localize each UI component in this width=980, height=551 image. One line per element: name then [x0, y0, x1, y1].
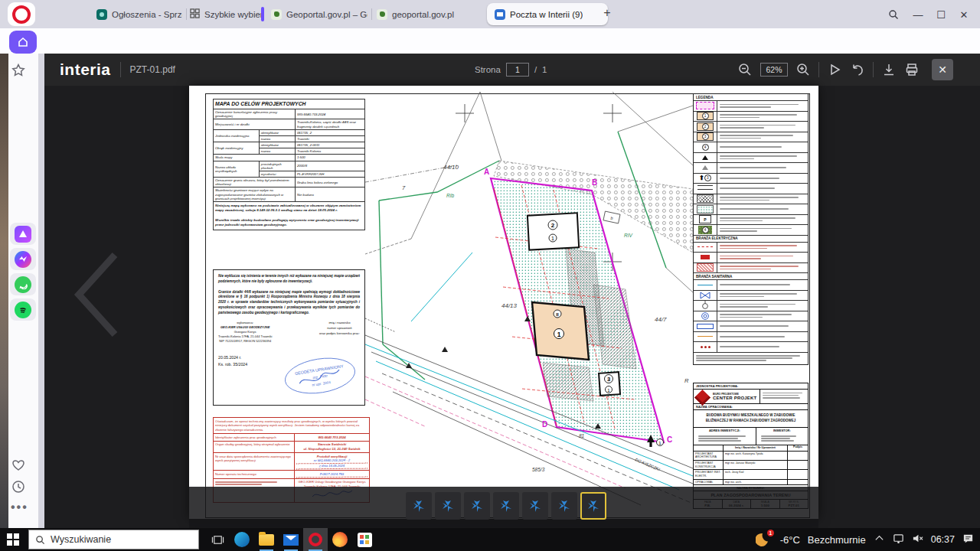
tab-geoportal-2[interactable]: geoportal.gov.pl — [377, 0, 467, 28]
map-title: MAPA DO CELÓW PROJEKTOWYCH — [214, 99, 365, 109]
close-pdf-button[interactable]: ✕ — [932, 59, 953, 80]
new-tab-button[interactable]: + — [599, 5, 616, 21]
speed-dial-home-button[interactable] — [9, 31, 37, 54]
sidebar-more-icon[interactable]: ••• — [11, 500, 28, 517]
zoom-value[interactable]: 62% — [760, 63, 788, 77]
tray-clock[interactable]: 06:37 — [931, 534, 955, 545]
legend-row: ⬆3 — [694, 174, 808, 184]
task-view-button[interactable] — [205, 528, 230, 551]
pdf-page[interactable]: 2 1 II 1 3 1 b — [189, 86, 818, 519]
attachment-pdf-6[interactable] — [551, 492, 577, 520]
svg-text:b: b — [610, 216, 612, 220]
search-tabs-icon[interactable] — [885, 6, 902, 23]
taskbar-mail[interactable] — [279, 528, 303, 551]
download-pdf-icon[interactable] — [881, 62, 897, 77]
svg-text:2: 2 — [551, 222, 555, 229]
existing-building-1: 2 1 — [528, 213, 579, 249]
legend-row — [694, 253, 808, 263]
weather-condition[interactable]: Bezchmurnie — [808, 534, 866, 546]
attachment-pdf-2[interactable] — [435, 492, 461, 520]
attachment-pdf-4[interactable] — [493, 492, 519, 520]
sidebar-heart-icon[interactable] — [11, 458, 28, 474]
tab-geoportal-1[interactable]: Geoportal.gov.pl – Geopo — [271, 0, 368, 28]
attachment-pdf-5[interactable] — [522, 492, 548, 520]
page-number-input[interactable]: 1 — [506, 63, 529, 77]
taskbar-search-box[interactable]: Wyszukiwanie — [28, 530, 199, 549]
close-window-button[interactable]: ✕ — [956, 6, 972, 23]
handwritten-operat-number: P.0617.2024.783 — [296, 471, 368, 477]
design-unit-header: JEDNOSTKA PROJEKTOWA: — [694, 383, 808, 390]
grid-icon — [190, 8, 200, 20]
taskbar-app-grid[interactable] — [352, 528, 377, 551]
tray-display-icon[interactable] — [893, 533, 904, 546]
page-separator: / — [534, 65, 537, 74]
zoom-out-icon[interactable] — [737, 62, 753, 77]
sidebar-app-spotify[interactable] — [10, 298, 36, 321]
tray-volume-muted-icon[interactable] — [912, 533, 923, 546]
svg-text:B: B — [592, 178, 597, 187]
address-bar: ‹ › ⟳ VPN 🔒 poczta.interia.pl/next/ — [0, 28, 980, 54]
sidebar-app-aria[interactable] — [10, 223, 36, 245]
tab-group-indicator[interactable] — [261, 7, 264, 21]
taskbar-opera-active[interactable] — [303, 528, 328, 551]
legend-row — [694, 311, 808, 322]
taskbar-file-explorer[interactable] — [254, 528, 279, 551]
maximize-button[interactable]: ☐ — [933, 6, 949, 23]
taskbar-firefox[interactable] — [328, 528, 352, 551]
handwritten-protocol-date: z dnia 14.06.2024 — [296, 464, 368, 469]
previous-attachment-chevron[interactable] — [67, 249, 125, 344]
legend-row — [694, 291, 808, 302]
designed-building-main: II 1 — [532, 302, 589, 360]
action-center-icon[interactable] — [962, 533, 974, 546]
legend-row: 4 — [694, 225, 808, 236]
tray-chevron-icon[interactable] — [874, 533, 885, 546]
legend-note — [694, 353, 808, 364]
history-clock-icon[interactable] — [11, 479, 28, 496]
legend-row — [694, 332, 808, 343]
home-icon — [17, 36, 29, 48]
divider — [120, 62, 121, 77]
opera-menu-button[interactable] — [8, 2, 35, 26]
aria-icon — [15, 226, 31, 243]
project-name: BUDOWA BUDYNKU MIESZKALNEGO W ZABUDOWIE … — [694, 410, 808, 428]
pdf-viewer-overlay: interia PZT-01.pdf Strona 1 / 1 62% ✕ — [44, 54, 980, 528]
legend-row — [694, 342, 808, 353]
sidebar-app-whatsapp[interactable] — [10, 273, 36, 295]
present-icon[interactable] — [827, 62, 842, 77]
whatsapp-icon — [15, 276, 31, 293]
svg-text:44/7: 44/7 — [655, 316, 667, 323]
start-button[interactable] — [0, 528, 26, 551]
print-icon[interactable] — [904, 62, 920, 77]
legend-row — [694, 101, 808, 112]
center-projekt-logo — [694, 390, 710, 406]
legend-row — [694, 204, 808, 215]
page-controls: Strona 1 / 1 — [475, 54, 547, 86]
minimize-button[interactable]: — — [910, 6, 926, 23]
svg-text:II: II — [556, 312, 559, 317]
attachment-pdf-1[interactable] — [406, 492, 432, 520]
attachment-pdf-3[interactable] — [464, 492, 490, 520]
zoom-in-icon[interactable] — [795, 62, 811, 77]
tab-speed-dial[interactable]: Szybkie wybieranie — [190, 0, 263, 28]
tab-olx[interactable]: Ogłoszenia - Sprzedam, k — [96, 0, 182, 28]
svg-text:1: 1 — [551, 236, 554, 241]
legend-row — [694, 153, 808, 164]
attachment-pdf-7-selected[interactable] — [580, 492, 606, 520]
executor-details: wykonawca: GEO-KIER USŁUGI GEODEZYJNE Gr… — [218, 321, 272, 368]
designer-row: OPRACOWAŁmgr inż. arch. — [694, 480, 808, 486]
svg-text:R: R — [684, 377, 689, 384]
legend-row — [694, 321, 808, 332]
page-total: 1 — [542, 65, 547, 74]
bookmarks-star-icon[interactable] — [11, 63, 28, 80]
svg-text:7: 7 — [402, 184, 406, 191]
rotate-icon[interactable] — [850, 62, 865, 77]
tab-poczta-interia-active[interactable]: Poczta w Interii (9) — [487, 3, 608, 25]
work-ledger-number: Ks. rob. 35/2024 — [218, 361, 272, 368]
windows-taskbar: Wyszukiwanie 1 -6°C Bezchmurnie — [0, 528, 980, 551]
legend-row: P — [694, 215, 808, 226]
temperature[interactable]: -6°C — [780, 534, 800, 546]
taskbar-edge[interactable] — [230, 528, 254, 551]
sidebar-app-messenger[interactable] — [10, 248, 36, 270]
weather-badge: 1 — [767, 530, 774, 536]
weather-moon-icon[interactable]: 1 — [756, 531, 773, 548]
